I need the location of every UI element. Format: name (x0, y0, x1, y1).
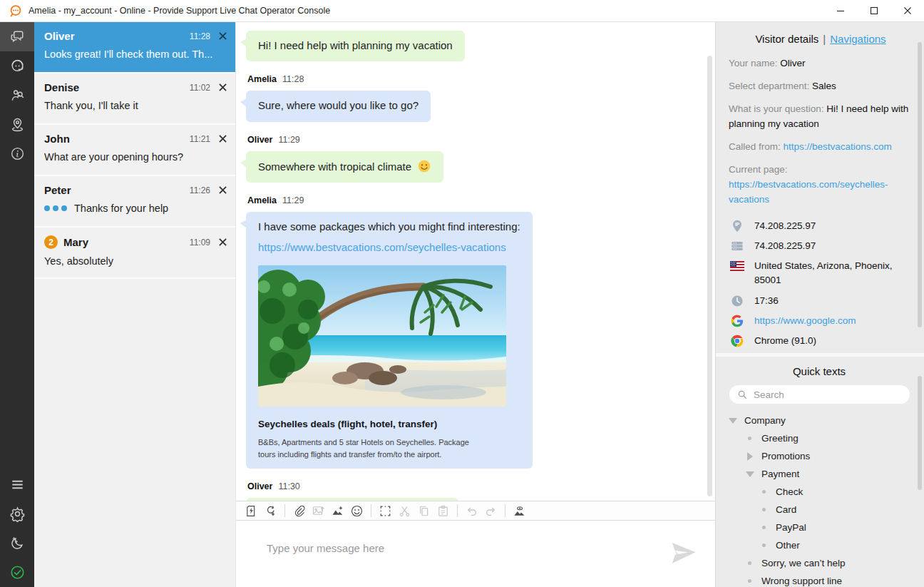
chrome-icon (730, 334, 744, 348)
cut-button[interactable] (395, 503, 414, 519)
quick-texts-scrollbar[interactable] (918, 376, 922, 490)
visitor-info-link[interactable]: https://www.google.com (754, 314, 856, 328)
chat-time: 11:02 (190, 83, 210, 93)
visitor-field-label: What is your question: (729, 103, 826, 114)
message-sender: Amelia (247, 195, 277, 205)
close-chat-icon[interactable] (219, 32, 227, 40)
tree-collapse-icon[interactable] (746, 471, 754, 477)
emoji-button[interactable] (347, 503, 366, 519)
quick-text-node[interactable]: Company (726, 412, 913, 429)
quick-text-button[interactable] (242, 503, 261, 519)
send-button[interactable] (669, 538, 698, 567)
upload-image-button[interactable] (309, 503, 328, 519)
redo-button[interactable] (481, 503, 500, 519)
host-icon (730, 239, 744, 253)
visitor-fields: Your name: OliverSelect department: Sale… (729, 56, 913, 208)
quick-text-label: Greeting (761, 433, 799, 444)
chat-list-item[interactable]: Peter 11:26 Thanks for your help (34, 176, 235, 228)
chat-preview: Looks great! I'll check them out. Th... (44, 49, 227, 60)
quick-text-node[interactable]: Check (726, 483, 913, 501)
chat-main: Hi! I need help with planning my vacatio… (235, 22, 715, 587)
quick-text-node[interactable]: Sorry, we can’t help (726, 554, 913, 572)
message-link[interactable]: https://www.bestvacations.com/seychelles… (258, 240, 520, 255)
add-quick-text-button[interactable] (261, 503, 280, 519)
sidebar-item-menu[interactable] (0, 470, 34, 499)
message-sender: Oliver (247, 135, 272, 145)
sidebar-item-visitors[interactable] (0, 81, 34, 110)
paste-button[interactable] (433, 503, 453, 519)
quick-text-node[interactable]: Promotions (726, 447, 913, 465)
info-icon (9, 146, 26, 162)
close-chat-icon[interactable] (219, 83, 227, 91)
quick-text-label: Card (776, 504, 796, 515)
sidebar-item-geolocation[interactable] (0, 110, 34, 139)
sidebar-item-operator[interactable] (0, 51, 34, 81)
tab-navigations[interactable]: Navigations (830, 33, 885, 45)
insert-image-button[interactable] (328, 503, 347, 519)
sidebar-item-settings[interactable] (0, 499, 34, 529)
chat-list-item[interactable]: Oliver 11:28 Looks great! I'll check the… (34, 22, 235, 73)
message-input[interactable] (236, 521, 715, 587)
copy-button[interactable] (414, 503, 433, 519)
sidebar-item-night-mode[interactable] (0, 529, 34, 558)
maximize-button[interactable] (857, 0, 890, 21)
sidebar-item-info[interactable] (0, 139, 34, 168)
chat-time: 11:21 (190, 134, 210, 144)
insert-image-icon (331, 504, 344, 518)
undo-button[interactable] (462, 503, 481, 519)
visitor-field-link[interactable]: https://bestvacations.com/seychelles-vac… (729, 179, 888, 205)
quick-text-label: Sorry, we can’t help (761, 558, 846, 568)
select-area-button[interactable] (376, 503, 395, 519)
close-button[interactable] (890, 0, 924, 21)
upload-image-icon (312, 504, 325, 518)
visitors-icon (9, 87, 26, 103)
tree-bullet-icon (748, 579, 751, 583)
visitor-details-scrollbar[interactable] (918, 42, 922, 327)
quick-texts-title: Quick texts (726, 365, 913, 377)
sidebar-item-chats[interactable] (0, 22, 34, 51)
visitor-details-section: Visitor details|Navigations Your name: O… (716, 22, 924, 353)
sidebar-item-status-online[interactable] (0, 558, 34, 587)
smile-emoji-icon (417, 159, 431, 173)
visitor-field-link[interactable]: https://bestvacations.com (784, 141, 892, 152)
link-preview-image[interactable] (258, 265, 506, 407)
search-input[interactable] (754, 389, 902, 400)
quick-text-node[interactable]: Card (726, 501, 913, 519)
quick-text-node[interactable]: Payment (726, 465, 913, 483)
quick-text-node[interactable]: Greeting (726, 429, 913, 447)
chat-list-item[interactable]: John 11:21 What are your opening hours? (34, 125, 235, 176)
minimize-button[interactable] (823, 0, 857, 21)
quick-text-node[interactable]: Other (726, 536, 913, 554)
clock-icon (730, 294, 744, 308)
tree-bullet-icon (748, 437, 751, 440)
close-chat-icon[interactable] (219, 186, 227, 194)
message-time: 11:29 (278, 135, 299, 145)
visitor-field-value: Oliver (780, 58, 805, 68)
close-chat-icon[interactable] (219, 238, 227, 246)
visitor-field-label: Your name: (729, 58, 780, 68)
quick-texts-search (729, 385, 910, 404)
quick-text-node[interactable]: PayPal (726, 519, 913, 536)
tab-visitor-details[interactable]: Visitor details (755, 33, 818, 45)
chat-time: 11:28 (190, 31, 210, 41)
screen-capture-button[interactable] (510, 503, 529, 519)
visitor-message-bubble: Somewhere with tropical climate (246, 151, 443, 183)
close-chat-icon[interactable] (219, 135, 227, 143)
chat-list-item[interactable]: Denise 11:02 Thank you, I'll take it (34, 73, 235, 125)
visitor-info-text: 74.208.225.97 (754, 219, 816, 233)
attach-file-button[interactable] (289, 503, 309, 519)
emoji-icon (350, 504, 364, 518)
app-logo-icon (9, 4, 22, 17)
visitor-field: Select department: Sales (729, 78, 913, 93)
chat-list-item[interactable]: 2Mary 11:09 Yes, absolutely (34, 228, 235, 279)
composer-toolbar (236, 501, 715, 521)
quick-text-node[interactable]: Wrong support line (726, 572, 913, 587)
visitor-field: What is your question: Hi! I need help w… (729, 101, 913, 132)
composer (236, 521, 715, 587)
chat-scrollbar[interactable] (707, 56, 712, 496)
message-text: Sure, where would you like to go? (258, 99, 419, 111)
message-sender: Amelia (247, 74, 277, 84)
toolbar-divider (505, 504, 505, 517)
tree-expand-icon[interactable] (747, 452, 753, 461)
tree-collapse-icon[interactable] (729, 418, 737, 424)
